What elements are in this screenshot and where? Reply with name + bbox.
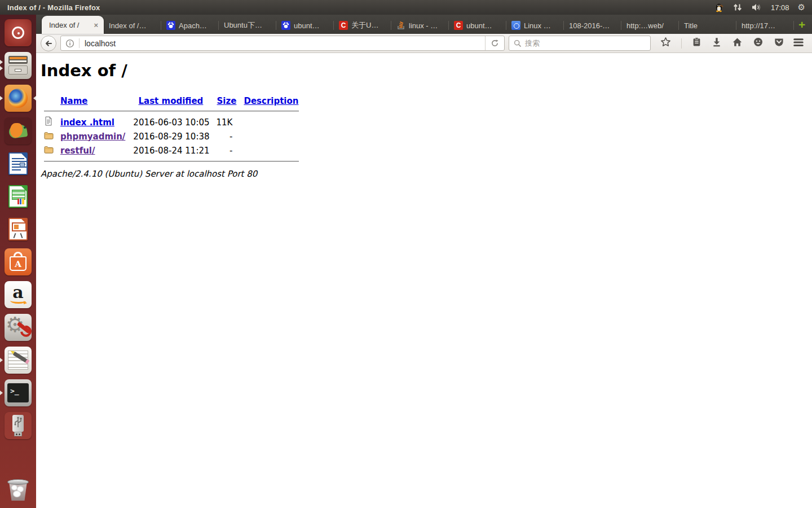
tab-label: Ubuntu下… bbox=[224, 20, 271, 30]
clock[interactable]: 17:08 bbox=[771, 3, 789, 12]
running-pip bbox=[0, 96, 3, 100]
launcher-item-trash[interactable] bbox=[0, 473, 36, 506]
launcher-item-dash[interactable] bbox=[0, 16, 36, 49]
running-pip bbox=[0, 358, 3, 362]
tab-label: Index of / bbox=[47, 21, 90, 29]
tab-linux[interactable]: Linux … bbox=[506, 17, 563, 34]
launcher-item-software-center[interactable]: A bbox=[0, 246, 36, 278]
modified-cell: 2016-08-24 11:21 bbox=[129, 143, 213, 157]
launcher-item-gedit[interactable] bbox=[0, 344, 36, 376]
launcher-item-firefox[interactable] bbox=[0, 82, 36, 115]
tab-http-web[interactable]: http:…web/ bbox=[621, 17, 678, 34]
tab-ubunt-paw[interactable]: ubunt… bbox=[276, 17, 333, 34]
tab-108-2016[interactable]: 108-2016-… bbox=[564, 17, 621, 34]
launcher-item-pycharm[interactable] bbox=[0, 115, 36, 147]
tab-csdn-about[interactable]: C 关于U… bbox=[334, 17, 391, 34]
tab-title[interactable]: Title bbox=[679, 17, 736, 34]
bookmarks-menu-icon[interactable] bbox=[692, 37, 701, 50]
new-tab-button[interactable]: + bbox=[798, 19, 805, 30]
sort-by-name-link[interactable]: Name bbox=[60, 96, 87, 106]
downloads-icon[interactable] bbox=[712, 37, 722, 50]
reload-button[interactable] bbox=[485, 36, 504, 50]
tab-label: Index of /… bbox=[109, 21, 156, 30]
toolbar-divider bbox=[681, 38, 682, 49]
file-link[interactable]: index .html bbox=[60, 117, 114, 128]
usb-drive-icon bbox=[5, 412, 32, 439]
modified-cell: 2016-08-29 10:38 bbox=[129, 129, 213, 143]
tux-icon[interactable] bbox=[714, 2, 724, 12]
system-tray: 17:08 ⚙ bbox=[714, 2, 812, 12]
tab-close-icon[interactable]: × bbox=[93, 21, 99, 29]
text-file-icon bbox=[44, 118, 53, 128]
window-title: Index of / - Mozilla Firefox bbox=[0, 3, 100, 12]
tab-http-17[interactable]: http://17… bbox=[736, 17, 793, 34]
tab-label: ubunt… bbox=[294, 21, 328, 30]
top-panel: Index of / - Mozilla Firefox bbox=[0, 0, 812, 15]
csdn-favicon: C bbox=[454, 21, 463, 30]
back-button[interactable] bbox=[41, 36, 56, 51]
launcher-item-terminal[interactable]: >_ bbox=[0, 376, 36, 409]
page-content: Index of / Name Last modified Size Descr… bbox=[36, 53, 812, 508]
session-gear-icon[interactable]: ⚙ bbox=[798, 2, 805, 12]
url-bar[interactable]: localhost bbox=[60, 36, 505, 51]
volume-icon[interactable] bbox=[751, 3, 762, 12]
tab-label: http:…web/ bbox=[626, 21, 673, 30]
tab-label: linux - … bbox=[409, 21, 443, 30]
home-icon[interactable] bbox=[732, 37, 743, 50]
trash-icon bbox=[5, 476, 32, 503]
page-title: Index of / bbox=[41, 61, 807, 80]
tab-divider bbox=[793, 21, 794, 30]
tab-label: Apach… bbox=[179, 21, 213, 30]
tab-strip: Index of / × Index of /… Apach… Ubuntu下… bbox=[36, 15, 812, 34]
software-center-icon: A bbox=[5, 248, 32, 275]
table-header-row: Name Last modified Size Description bbox=[41, 95, 302, 107]
tab-stackoverflow[interactable]: linux - … bbox=[391, 17, 448, 34]
url-text[interactable]: localhost bbox=[80, 39, 485, 48]
description-cell bbox=[240, 129, 302, 143]
size-cell: - bbox=[213, 129, 241, 143]
launcher-item-amazon[interactable]: a bbox=[0, 278, 36, 311]
libreoffice-impress-icon bbox=[5, 216, 32, 243]
modified-cell: 2016-06-03 10:05 bbox=[129, 115, 213, 129]
description-cell bbox=[240, 115, 302, 129]
tab-label: ubunt… bbox=[466, 21, 501, 30]
tab-label: 关于U… bbox=[351, 20, 386, 30]
search-input[interactable]: 搜索 bbox=[509, 36, 651, 51]
launcher-item-files[interactable] bbox=[0, 49, 36, 82]
hello-smiley-icon[interactable] bbox=[753, 37, 764, 50]
launcher-item-settings[interactable]: ⚙ bbox=[0, 311, 36, 344]
tab-label: Linux … bbox=[524, 21, 558, 30]
baidu-paw-favicon bbox=[281, 21, 290, 30]
menu-hamburger-icon[interactable] bbox=[792, 37, 807, 50]
firefox-window: Index of / × Index of /… Apach… Ubuntu下… bbox=[36, 15, 812, 508]
pycharm-icon bbox=[5, 117, 32, 144]
running-pip bbox=[0, 60, 3, 64]
focused-arrow bbox=[33, 96, 36, 100]
site-info-icon[interactable] bbox=[61, 36, 79, 50]
folder-link[interactable]: phpmyadmin/ bbox=[60, 132, 125, 142]
csdn-favicon: C bbox=[339, 21, 348, 30]
toolbar-buttons bbox=[655, 37, 788, 50]
sort-by-modified-link[interactable]: Last modified bbox=[139, 96, 204, 106]
rule-row bbox=[41, 107, 302, 115]
tab-csdn-ubunt[interactable]: C ubunt… bbox=[449, 17, 506, 34]
bookmark-star-icon[interactable] bbox=[660, 37, 671, 50]
tab-index-of[interactable]: Index of / × bbox=[42, 16, 104, 34]
size-cell: - bbox=[213, 143, 241, 157]
launcher-item-calc[interactable] bbox=[0, 180, 36, 213]
folder-link[interactable]: restful/ bbox=[60, 146, 95, 156]
tab-ubuntu[interactable]: Ubuntu下… bbox=[219, 17, 276, 34]
pocket-icon[interactable] bbox=[774, 37, 784, 50]
tab-apache[interactable]: Apach… bbox=[161, 17, 218, 34]
launcher-item-writer[interactable] bbox=[0, 147, 36, 180]
files-icon bbox=[5, 52, 32, 79]
sort-by-description-link[interactable]: Description bbox=[244, 96, 298, 106]
table-row: restful/ 2016-08-24 11:21 - bbox=[41, 143, 302, 157]
launcher-item-usb[interactable] bbox=[0, 409, 36, 442]
tab-label: 108-2016-… bbox=[569, 21, 616, 30]
sort-by-size-link[interactable]: Size bbox=[217, 96, 237, 106]
tab-index-of-2[interactable]: Index of /… bbox=[104, 17, 161, 34]
launcher-item-impress[interactable] bbox=[0, 213, 36, 246]
keyboard-layout-icon[interactable] bbox=[732, 3, 743, 12]
rule bbox=[44, 111, 299, 112]
